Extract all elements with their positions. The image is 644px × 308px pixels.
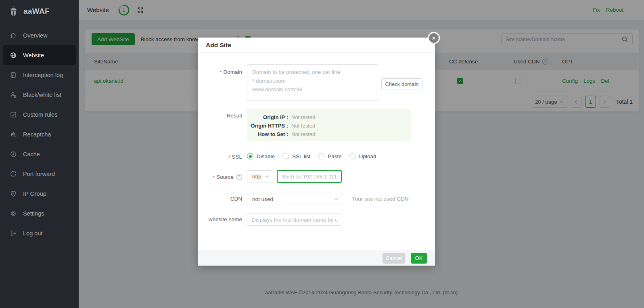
sidebar-nav: Overview Website Interception log Black/… (0, 25, 79, 243)
sidebar-item-cache[interactable]: Cache (0, 144, 79, 164)
radio-selected-icon (247, 153, 253, 159)
cdn-select[interactable]: not used (247, 193, 342, 205)
app-logo: aaWAF (0, 0, 79, 21)
result-row-how-to-set: How to Set : Not tested (247, 130, 411, 138)
domain-label: * Domain (198, 68, 242, 75)
check-domain-button[interactable]: Check domain (381, 78, 422, 90)
sidebar-item-ip-group[interactable]: P IP Group (0, 184, 79, 203)
pagoda-shield-logo-icon (8, 6, 19, 17)
cdn-note: Your site not used CDN (352, 193, 409, 205)
ssl-options: Disable SSL list Paste Upload (247, 151, 376, 161)
shield-p-icon: P (10, 190, 17, 197)
ssl-radio-disable[interactable]: Disable (247, 153, 275, 159)
gear-icon (10, 210, 17, 217)
dialog-footer: Cancel OK (198, 250, 435, 266)
user-list-icon (10, 91, 17, 98)
result-label: Result (198, 113, 242, 119)
source-label: * Source ? (198, 173, 242, 180)
globe-icon (10, 52, 17, 59)
website-name-input[interactable] (247, 214, 342, 226)
sidebar-item-interception-log[interactable]: Interception log (0, 65, 79, 85)
radio-icon (349, 153, 356, 159)
sidebar-item-website[interactable]: Website (3, 45, 76, 65)
sidebar-item-black-white-list[interactable]: Black/white list (0, 85, 79, 105)
home-icon (10, 32, 17, 39)
close-icon[interactable]: ✕ (428, 32, 440, 44)
question-icon[interactable]: ? (236, 174, 242, 180)
sidebar-item-custom-rules[interactable]: Custom rules (0, 105, 79, 124)
result-row-origin-https: Origin HTTPS : Not tested (247, 122, 411, 130)
sidebar-item-settings[interactable]: Settings (0, 203, 79, 223)
domain-textarea[interactable] (247, 64, 378, 101)
website-name-label: website name (198, 216, 242, 222)
ssl-radio-paste[interactable]: Paste (318, 153, 342, 159)
svg-text:P: P (13, 192, 14, 195)
sidebar-item-overview[interactable]: Overview (0, 25, 79, 45)
lightning-circle-icon (10, 151, 17, 158)
log-document-icon (10, 71, 17, 79)
add-site-dialog: Add Site ✕ * Domain Check domain Result … (198, 38, 435, 266)
required-mark: * (220, 69, 222, 75)
ok-button[interactable]: OK (411, 253, 427, 264)
robot-icon (10, 131, 17, 138)
required-mark: * (228, 154, 230, 160)
sidebar: aaWAF Overview Website Interception log … (0, 0, 79, 308)
radio-icon (282, 153, 289, 159)
ssl-radio-ssl-list[interactable]: SSL list (282, 153, 310, 159)
app-title: aaWAF (23, 7, 50, 16)
logout-icon (10, 230, 17, 237)
chevron-down-icon (334, 198, 338, 200)
source-protocol-select[interactable]: http (247, 170, 273, 182)
source-ip-input[interactable] (277, 170, 342, 183)
cancel-button[interactable]: Cancel (383, 253, 405, 264)
sidebar-item-port-forward[interactable]: Port forward (0, 164, 79, 184)
check-result-box: Origin IP : Not tested Origin HTTPS : No… (247, 109, 411, 141)
dialog-header: Add Site (198, 38, 435, 53)
dialog-title: Add Site (206, 38, 231, 53)
required-mark: * (213, 174, 215, 180)
edit-square-icon (10, 111, 17, 118)
chevron-down-icon (265, 175, 269, 178)
circular-arrow-icon (10, 170, 17, 178)
sidebar-item-recaptcha[interactable]: Recaptcha (0, 124, 79, 144)
ssl-radio-upload[interactable]: Upload (349, 153, 376, 159)
cdn-label: CDN (198, 196, 242, 202)
sidebar-item-log-out[interactable]: Log out (0, 223, 79, 243)
radio-icon (318, 153, 324, 159)
ssl-label: * SSL (198, 153, 242, 160)
result-row-origin-ip: Origin IP : Not tested (247, 113, 411, 122)
